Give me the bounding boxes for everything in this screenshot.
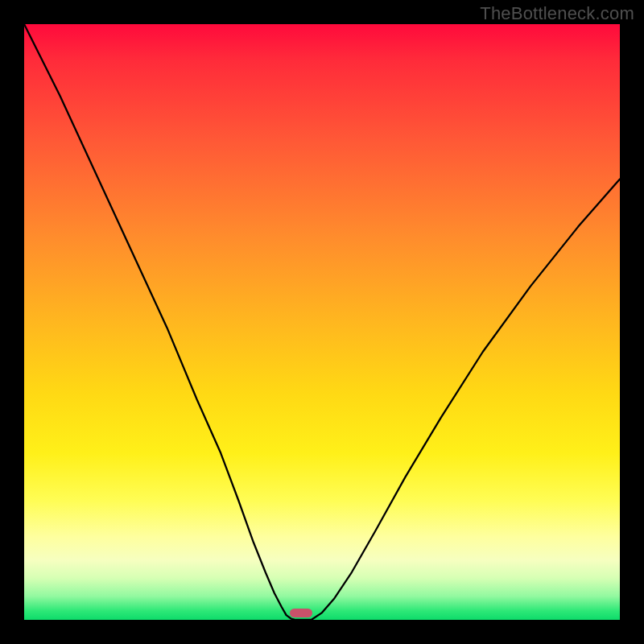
chart-plot-area bbox=[24, 24, 620, 620]
bottleneck-curve bbox=[24, 24, 620, 620]
watermark-text: TheBottleneck.com bbox=[480, 3, 634, 24]
chart-frame: TheBottleneck.com bbox=[0, 0, 644, 644]
curve-path bbox=[24, 24, 620, 620]
optimal-marker bbox=[290, 609, 312, 617]
